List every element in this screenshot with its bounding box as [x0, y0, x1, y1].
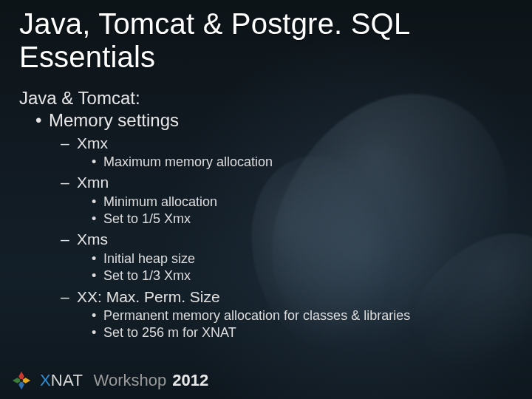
- param-label: Xms: [77, 231, 108, 248]
- note-text: Permanent memory allocation for classes …: [103, 308, 410, 323]
- svg-point-4: [20, 379, 24, 383]
- bullet-icon: •: [92, 267, 103, 284]
- dash-icon: –: [61, 133, 77, 154]
- slide: Java, Tomcat & Postgre. SQL Essentials J…: [0, 0, 532, 399]
- bullet-icon: •: [92, 324, 103, 341]
- note-text: Set to 1/3 Xmx: [103, 268, 191, 283]
- xnat-logo-icon: [10, 369, 33, 392]
- brand-x: X: [40, 371, 51, 389]
- bullet-icon: •: [92, 194, 103, 211]
- param-note: •Set to 1/5 Xmx: [19, 211, 513, 228]
- bullet-icon: •: [92, 307, 103, 324]
- footer-workshop: Workshop: [94, 371, 167, 389]
- bullet-text: Memory settings: [49, 110, 179, 130]
- param-note: •Minimum allocation: [19, 194, 513, 211]
- note-text: Set to 256 m for XNAT: [103, 325, 236, 340]
- param-note: •Set to 1/3 Xmx: [19, 267, 513, 284]
- param-label: Xmn: [77, 174, 109, 191]
- section-heading: Java & Tomcat:: [19, 87, 513, 109]
- param-label: Xmx: [77, 134, 108, 151]
- note-text: Maximum memory allocation: [103, 154, 273, 169]
- param-note: •Maximum memory allocation: [19, 154, 513, 171]
- note-text: Minimum allocation: [103, 194, 217, 209]
- slide-title: Java, Tomcat & Postgre. SQL Essentials: [19, 7, 513, 74]
- param-xmx: –Xmx •Maximum memory allocation: [19, 133, 513, 171]
- param-label: XX: Max. Perm. Size: [77, 288, 220, 305]
- footer-brand: XNAT Workshop 2012: [40, 371, 208, 390]
- bullet-memory-settings: •Memory settings: [19, 109, 513, 132]
- footer-year: 2012: [172, 371, 208, 389]
- param-name: –XX: Max. Perm. Size: [19, 287, 513, 307]
- param-maxpermsize: –XX: Max. Perm. Size •Permanent memory a…: [19, 287, 513, 342]
- note-text: Set to 1/5 Xmx: [103, 211, 191, 226]
- footer: XNAT Workshop 2012: [10, 369, 208, 392]
- title-line-2: Essentials: [19, 41, 155, 73]
- dash-icon: –: [61, 172, 77, 193]
- param-note: •Set to 256 m for XNAT: [19, 324, 513, 341]
- param-name: –Xms: [19, 229, 513, 250]
- dash-icon: –: [61, 229, 77, 250]
- param-xms: –Xms •Initial heap size •Set to 1/3 Xmx: [19, 229, 513, 284]
- bullet-icon: •: [92, 211, 103, 228]
- note-text: Initial heap size: [103, 251, 195, 266]
- bullet-icon: •: [35, 109, 49, 132]
- param-note: •Initial heap size: [19, 250, 513, 267]
- title-line-1: Java, Tomcat & Postgre. SQL: [19, 7, 410, 40]
- bullet-icon: •: [92, 250, 103, 267]
- param-name: –Xmn: [19, 172, 513, 193]
- param-note: •Permanent memory allocation for classes…: [19, 307, 513, 324]
- brand-nat: NAT: [51, 371, 83, 389]
- param-xmn: –Xmn •Minimum allocation •Set to 1/5 Xmx: [19, 172, 513, 228]
- dash-icon: –: [61, 287, 77, 307]
- bullet-icon: •: [92, 154, 103, 171]
- param-name: –Xmx: [19, 133, 513, 154]
